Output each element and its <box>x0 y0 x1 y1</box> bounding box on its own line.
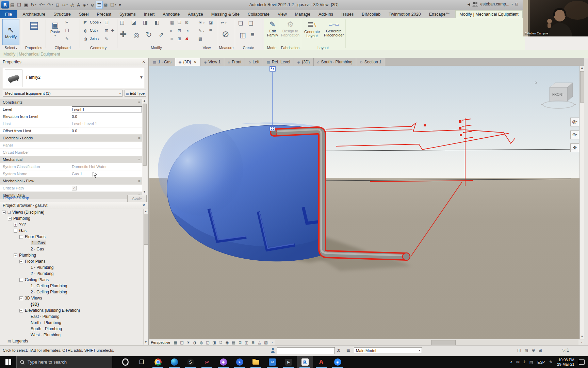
project-browser-close-icon[interactable]: ✕ <box>142 202 145 209</box>
tree-item-label[interactable]: Floor Plans <box>25 259 46 264</box>
project-browser-scrollbar[interactable]: ▲ ▼ <box>143 209 148 344</box>
taskbar-app-mail[interactable]: ✉ <box>264 356 280 368</box>
override-graphics-icon[interactable]: ≣ <box>209 28 212 33</box>
crop-view-icon[interactable]: ◱ <box>205 340 210 345</box>
tab-structure[interactable]: Structure <box>49 10 75 18</box>
help-basket-icon[interactable]: ⊡ <box>515 2 518 6</box>
tree-item-views-discipline-[interactable]: −❏Views (Discipline) <box>0 209 143 215</box>
property-row-system-name[interactable]: System NameGas 1 <box>0 170 142 178</box>
tree-item-label[interactable]: 3D Views <box>25 296 42 301</box>
group-label-layout[interactable]: Layout <box>301 46 345 50</box>
links-icon[interactable]: ▧ <box>524 348 528 353</box>
properties-close-icon[interactable]: ✕ <box>142 58 145 66</box>
taskbar-app-autocad[interactable]: A <box>313 356 329 368</box>
tree-item-floor-plans[interactable]: −Floor Plans <box>0 234 143 240</box>
tab-massing-site[interactable]: Massing & Site <box>207 10 244 18</box>
property-value[interactable]: ✓ <box>70 185 142 191</box>
edit-family-button[interactable]: ✎ Edit Family <box>265 20 280 37</box>
tree-expander-collapse-icon[interactable]: − <box>19 235 23 239</box>
pinned-icon[interactable]: ⊕ <box>532 348 535 353</box>
properties-help-link[interactable]: Properties help <box>3 196 29 200</box>
property-value-text[interactable]: Level 1 <box>72 106 142 112</box>
exclude-options-icon[interactable]: ⊞ <box>539 348 542 353</box>
view-tab-section-1[interactable]: ⊘Section 1 <box>356 58 385 66</box>
group-label-fabrication[interactable]: Fabrication <box>280 46 301 50</box>
shadows-icon[interactable]: ◑ <box>192 340 197 345</box>
tab-annotate[interactable]: Annotate <box>159 10 184 18</box>
tree-expander-expand-icon[interactable]: + <box>14 223 17 227</box>
tree-expander-collapse-icon[interactable]: − <box>19 260 23 263</box>
pen-icon[interactable]: ✎ <box>549 360 553 365</box>
demolish-icon[interactable]: ✚ <box>111 28 114 33</box>
visual-style-icon[interactable]: ◳ <box>179 340 184 345</box>
property-value[interactable]: Level : Level 1 <box>70 120 142 127</box>
property-row-offset-from-host[interactable]: Offset from Host0.0 <box>0 127 142 135</box>
element-selector-caret-icon[interactable]: ▾ <box>119 90 121 97</box>
rotate-icon[interactable]: ↻ <box>146 30 152 39</box>
properties-panel-header[interactable]: Properties ✕ <box>0 58 148 66</box>
property-value-text[interactable]: Gas 1 <box>72 172 82 176</box>
tree-item-1-gas[interactable]: 1 - Gas <box>0 240 143 246</box>
tree-item-label[interactable]: Views (Discipline) <box>12 210 44 215</box>
horizontal-scroll-thumb[interactable] <box>431 340 456 345</box>
clock[interactable]: 10:03 PM 29-Mar-21 <box>557 358 574 367</box>
design-options-select[interactable]: Main Model▾ <box>354 347 422 353</box>
group-label-measure[interactable]: Measure <box>218 46 235 50</box>
account-caret-icon[interactable]: ▾ <box>511 3 513 6</box>
critical-path-checkbox[interactable]: ✓ <box>72 186 77 190</box>
tree-item-elevations-building-elevation-[interactable]: −Elevations (Building Elevation) <box>0 307 143 313</box>
group-label-select[interactable]: Select ▾ <box>0 46 22 50</box>
filter-indicator[interactable]: ▽:1 <box>562 348 569 353</box>
group-label-mode[interactable]: Mode <box>264 46 280 50</box>
account-name[interactable]: esteban.camp... <box>480 2 509 6</box>
view-tab-south-plumbing[interactable]: ⌂South - Plumbing <box>314 58 356 66</box>
generate-placeholder-button[interactable]: ▭–▭ Generate Placeholder <box>323 20 344 37</box>
group-label-geometry[interactable]: Geometry <box>80 46 117 50</box>
trim-single-icon[interactable]: ⇤ <box>170 28 174 33</box>
dimension-compass-icon[interactable]: ⊘ <box>222 29 229 39</box>
property-value[interactable]: 0.0 <box>70 113 142 120</box>
view-tab-close-icon[interactable]: ✕ <box>194 60 197 64</box>
editable-only-icon[interactable]: ◫ <box>517 348 521 353</box>
trim-extend-icon[interactable]: ⇗ <box>159 31 164 38</box>
tree-item-north-plumbing[interactable]: North - Plumbing <box>0 320 143 326</box>
copy-to-clipboard-icon[interactable]: ❐ <box>65 28 69 33</box>
steering-wheel-button[interactable]: ◎▾ <box>570 118 579 126</box>
properties-scrollbar[interactable]: ▲ ▼ <box>142 99 147 194</box>
group-label-modify[interactable]: Modify <box>117 46 196 50</box>
tree-item-2-gas[interactable]: 2 - Gas <box>0 246 143 252</box>
view-tab-left[interactable]: ⌂Left <box>245 58 263 66</box>
beam-coping-icon[interactable]: ❑ <box>105 20 109 25</box>
tab-issues[interactable]: Issues <box>337 10 358 18</box>
taskbar-app-media-app[interactable]: ▶ <box>280 356 297 368</box>
tree-item-label[interactable]: Ceiling Plans <box>25 277 49 282</box>
view-scale-label[interactable]: Perspective <box>151 340 170 344</box>
tray-icon-2[interactable]: ♪ <box>523 360 526 364</box>
group-label-create[interactable]: Create <box>235 46 262 50</box>
taskbar-app-spiral-app[interactable]: S <box>182 356 199 368</box>
split-element-icon[interactable]: ≡ <box>170 36 174 41</box>
tree-item-1-plumbing[interactable]: 1 - Plumbing <box>0 264 143 271</box>
linework-icon[interactable]: ✎ ▾ <box>198 28 204 33</box>
paste-button[interactable]: ▣ Paste ▾ <box>48 21 62 38</box>
taskbar-app-chrome[interactable] <box>150 356 166 368</box>
tree-item-plumbing[interactable]: −Plumbing <box>0 215 143 221</box>
property-value-text[interactable]: 0.0 <box>72 129 77 133</box>
edit-type-button[interactable]: ▦ Edit Type <box>125 90 146 97</box>
taskbar-app-file-explorer[interactable] <box>248 356 264 368</box>
property-value[interactable]: Domestic Hot Water <box>70 163 142 170</box>
apply-button[interactable]: Apply <box>127 195 147 202</box>
property-row-system-classification[interactable]: System ClassificationDomestic Hot Water <box>0 163 142 170</box>
type-selector-caret-icon[interactable]: ▼ <box>140 76 143 79</box>
language-indicator[interactable]: ESP <box>537 360 545 364</box>
tab-insert[interactable]: Insert <box>140 10 159 18</box>
view-tab-front[interactable]: ⌂Front <box>224 58 245 66</box>
zoom-button[interactable]: ⊕▾ <box>570 131 579 139</box>
pan-button[interactable]: ✥ <box>570 143 579 152</box>
create-parts-icon[interactable]: ▦ <box>250 32 254 36</box>
lamp-icon[interactable]: ☀ ▾ <box>198 20 205 25</box>
show-crop-icon[interactable]: ◨ <box>211 340 217 345</box>
copy-icon[interactable]: ◎ <box>133 31 139 39</box>
tree-item-legends[interactable]: ▤Legends <box>0 338 143 344</box>
taskbar-search[interactable]: Type here to search <box>16 356 112 368</box>
